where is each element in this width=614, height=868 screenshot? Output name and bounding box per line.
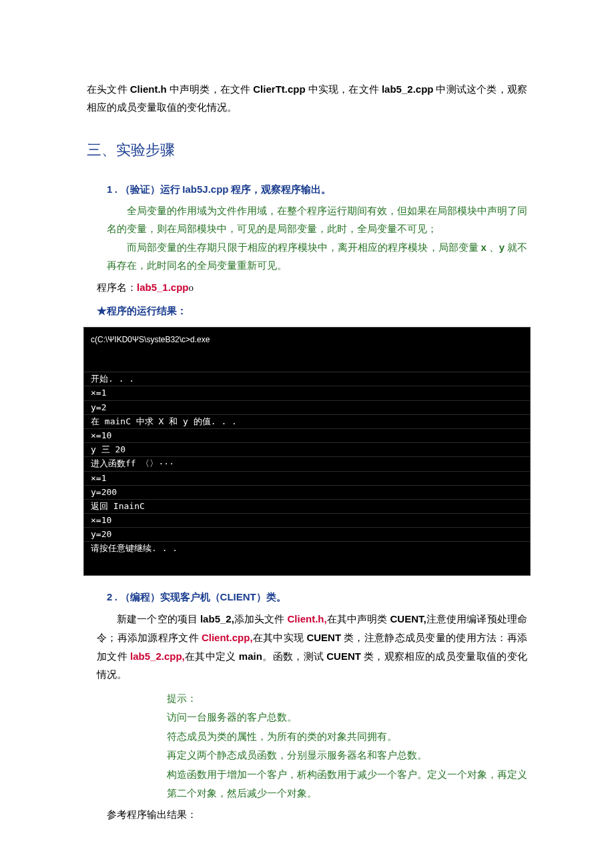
intro-paragraph: 在头文件 Client.h 中声明类，在文件 ClierTt.cpp 中实现，在… (87, 80, 527, 117)
console-line: y=2 (84, 401, 530, 415)
filename: lab5_2.cpp, (130, 650, 185, 662)
text: 在其中实现 (253, 632, 307, 643)
console-line: 在 mainC 中求 X 和 y 的值. . . (84, 415, 530, 429)
console-line: ×=10 (84, 514, 530, 528)
text: o (189, 282, 194, 293)
program-name-line: 程序名：lab5_1.cppo (97, 278, 527, 297)
text: 。函数，测试 (262, 651, 326, 662)
text: 全局变量的作用域为文件作用域，在整个程序运行期间有效，但如果在局部模块中声明了同… (107, 205, 527, 234)
text: 在其中定义 (185, 651, 239, 662)
hint-line: 访问一台服务器的客户总数。 (167, 708, 527, 727)
text: 程序，观察程序输出。 (229, 184, 332, 195)
program-name: Iab5J.cpp (182, 183, 228, 195)
hint-line: 提示： (167, 689, 527, 709)
text: ）类。 (256, 592, 286, 602)
console-line: 进入函数ff 〈〉··· (84, 457, 530, 471)
text: （编程）实现客户机（ (120, 592, 220, 602)
hints-block: 提示： 访问一台服务器的客户总数。 符态成员为类的属性，为所有的类的对象共同拥有… (167, 689, 527, 803)
console-line: 请按任意键继续. . . (84, 542, 530, 574)
hint-line: 构造函数用于增加一个客户，析构函数用于减少一个客户。定义一个对象，再定义第二个对… (167, 765, 527, 803)
console-spacer (84, 353, 530, 372)
filename: lab5_2.cpp (382, 83, 434, 95)
filename: ClierTt.cpp (253, 83, 305, 95)
console-line: ×=1 (84, 472, 530, 486)
section-heading: 三、实验步骤 (87, 137, 527, 163)
explanation-paragraph-1: 全局变量的作用域为文件作用域，在整个程序运行期间有效，但如果在局部模块中声明了同… (107, 202, 527, 238)
variable-y: y (499, 242, 505, 253)
console-line: y=20 (84, 528, 530, 542)
console-line: 返回 InainC (84, 500, 530, 514)
console-output: c(C:\ΨIKD0ΨS\systeB32\c>d.exe 开始. . . ×=… (83, 327, 531, 576)
program-filename: lab5_1.cpp (137, 282, 189, 293)
console-line: y 三 20 (84, 443, 530, 457)
filename: Client.h (130, 83, 167, 95)
hint-line: 符态成员为类的属性，为所有的类的对象共同拥有。 (167, 727, 527, 747)
text: . (112, 184, 117, 195)
class-name: CUENT (326, 650, 361, 662)
text: 在头文件 (87, 84, 130, 95)
label: 程序名： (97, 282, 137, 293)
text: . (112, 592, 117, 602)
document-page: 在头文件 Client.h 中声明类，在文件 ClierTt.cpp 中实现，在… (0, 0, 614, 864)
text: （验证）运行 (120, 184, 183, 195)
text: 、 (487, 242, 499, 253)
text: 添加头文件 (234, 614, 288, 624)
filename: Client.cpp, (202, 632, 253, 643)
class-name: CUENT (306, 632, 341, 643)
variable-x: x (481, 242, 487, 253)
step-2-heading: 2 . （编程）实现客户机（CLIENT）类。 (107, 588, 527, 606)
console-title: c(C:\ΨIKD0ΨS\systeB32\c>d.exe (84, 328, 530, 354)
console-line: ×=1 (84, 386, 530, 400)
step-2-body: 新建一个空的项目 lab5_2,添加头文件 Client.h,在其中声明类 CU… (97, 610, 527, 684)
console-line: y=200 (84, 486, 530, 500)
console-line: 开始. . . (84, 372, 530, 386)
text: 在其中声明类 (327, 614, 390, 624)
hint-line: 再定义两个静态成员函数，分别显示服务器名和客户总数。 (167, 746, 527, 765)
step-1-heading: 1 . （验证）运行 Iab5J.cpp 程序，观察程序输出。 (107, 180, 527, 199)
project-name: lab5_2, (200, 613, 234, 624)
text: 新建一个空的项目 (117, 614, 200, 624)
filename: Client.h, (288, 613, 327, 624)
text: 中声明类，在文件 (167, 84, 254, 95)
explanation-paragraph-2: 而局部变量的生存期只限于相应的程序模块中，离开相应的程序模块，局部变量 x 、y… (107, 238, 527, 275)
function-name: main (239, 650, 262, 662)
console-line: ×=10 (84, 429, 530, 443)
class-name: CUENT, (390, 613, 426, 624)
text: 中实现，在文件 (306, 84, 382, 95)
text: 而局部变量的生存期只限于相应的程序模块中，离开相应的程序模块，局部变量 (127, 242, 481, 253)
result-heading: ★程序的运行结果： (97, 302, 527, 320)
class-name: CLIENT (220, 591, 256, 602)
reference-output-label: 参考程序输出结果： (107, 806, 527, 824)
